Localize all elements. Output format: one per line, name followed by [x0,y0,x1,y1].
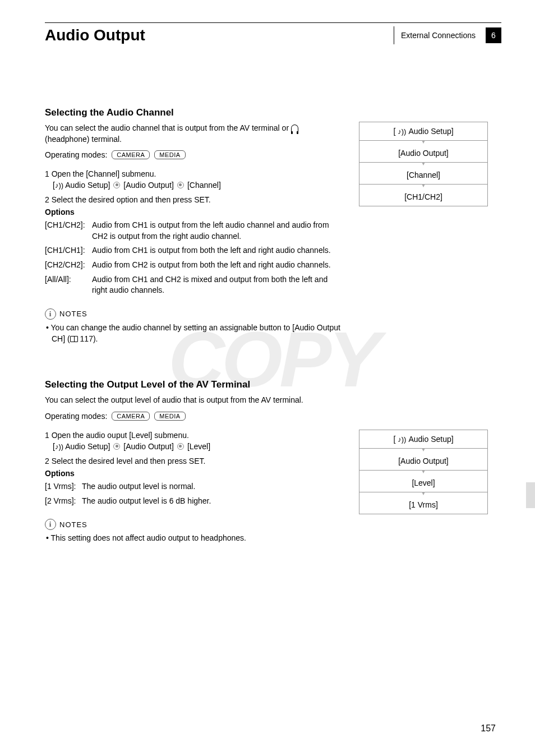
menu2-item4: [1 Vrms] [359,496,487,514]
s2-path-output: [Audio Output] [123,442,174,451]
ring-icon [113,443,120,450]
s2-note: • This setting does not affect audio out… [45,532,342,543]
s2-path: [♪)) Audio Setup] [Audio Output] [Level] [53,442,342,451]
note-sound-icon: ♪)) [55,442,63,451]
option-row: [CH2/CH2]: Audio from CH2 is output from… [45,260,342,271]
menu1-item1-label: Audio Setup] [408,127,453,136]
option-desc: Audio from CH1 is output from the left a… [92,220,342,242]
option-key: [All/All]: [45,274,92,296]
note-sound-icon: ♪)) [55,181,63,190]
s1-path-setup: Audio Setup] [65,181,110,190]
menu-panel-1: [♪)) Audio Setup] ▾ [Audio Output] ▾ [Ch… [359,122,488,206]
headphone-icon [291,125,298,132]
s2-path-setup: Audio Setup] [65,442,110,451]
option-desc: The audio output level is normal. [82,481,342,492]
operating-modes-1: Operating modes: CAMERA MEDIA [45,150,342,159]
s1-path-channel: [Channel] [187,181,221,190]
page-title: Audio Output [45,26,145,44]
s1-path: [♪)) Audio Setup] [Audio Output] [Channe… [53,181,342,190]
operating-modes-2: Operating modes: CAMERA MEDIA [45,412,342,421]
chevron-down-icon: ▾ [359,140,487,145]
chevron-down-icon: ▾ [359,162,487,167]
info-icon: i [45,519,56,530]
s1-note: • You can change the audio channel by se… [45,322,342,345]
s1-path-output: [Audio Output] [123,181,174,190]
page-header: Audio Output External Connections 6 [45,26,501,45]
s2-options-head: Options [45,469,342,478]
option-row: [2 Vrms]: The audio output level is 6 dB… [45,496,342,507]
option-desc: Audio from CH2 is output from both the l… [92,260,342,271]
s2-step1: 1 Open the audio ouput [Level] submenu. [45,431,342,440]
notes-heading-1: i NOTES [45,308,342,320]
option-desc: The audio output level is 6 dB higher. [82,496,342,507]
chevron-down-icon: ▾ [359,469,487,475]
s1-options-head: Options [45,208,342,216]
mode-camera-pill: CAMERA [112,150,150,159]
option-key: [CH1/CH2]: [45,220,92,242]
section2-intro: You can select the output level of audio… [45,395,342,406]
menu-panel-2: [♪)) Audio Setup] ▾ [Audio Output] ▾ [Le… [359,430,488,514]
s1-step1: 1 Open the [Channel] submenu. [45,169,342,178]
notes-heading-2: i NOTES [45,519,342,530]
s1-note-page: 117). [78,334,98,343]
op-modes-label: Operating modes: [45,150,107,159]
book-icon [70,336,78,342]
option-row: [CH1/CH1]: Audio from CH1 is output from… [45,245,342,256]
op-modes-label: Operating modes: [45,412,107,421]
note-sound-icon: ♪)) [398,435,406,444]
chevron-down-icon: ▾ [359,448,487,453]
section1-intro-part1: You can select the audio channel that is… [45,123,291,132]
option-key: [CH2/CH2]: [45,260,92,271]
option-key: [1 Vrms]: [45,481,82,492]
chevron-down-icon: ▾ [359,491,487,497]
mode-camera-pill: CAMERA [112,412,150,421]
notes-label: NOTES [59,310,87,318]
ring-icon [177,443,184,450]
chapter-number: 6 [486,27,501,43]
menu1-item4: [CH1/CH2] [359,188,487,206]
option-key: [CH1/CH1]: [45,245,92,256]
s2-path-level: [Level] [187,442,210,451]
notes-label: NOTES [59,520,87,529]
section1-intro-part2: (headphone) terminal. [45,135,122,144]
ring-icon [177,182,184,188]
mode-media-pill: MEDIA [154,150,185,159]
option-row: [1 Vrms]: The audio output level is norm… [45,481,342,492]
s2-step2: 2 Select the desired level and then pres… [45,457,342,465]
section1-title: Selecting the Audio Channel [45,107,342,118]
option-key: [2 Vrms]: [45,496,82,507]
info-icon: i [45,308,56,320]
option-desc: Audio from CH1 is output from both the l… [92,245,342,256]
section2-title: Selecting the Output Level of the AV Ter… [45,379,342,390]
s1-step2: 2 Select the desired option and then pre… [45,195,342,204]
ring-icon [113,182,120,188]
option-row: [CH1/CH2]: Audio from CH1 is output from… [45,220,342,242]
side-tab [526,482,535,508]
option-desc: Audio from CH1 and CH2 is mixed and outp… [92,274,342,296]
chevron-down-icon: ▾ [359,183,487,189]
category-label: External Connections [394,26,476,44]
section1-intro: You can select the audio channel that is… [45,123,342,145]
note-sound-icon: ♪)) [398,127,406,136]
option-row: [All/All]: Audio from CH1 and CH2 is mix… [45,274,342,296]
menu2-item1-label: Audio Setup] [408,435,453,444]
page-number: 157 [481,723,496,734]
mode-media-pill: MEDIA [154,412,185,421]
